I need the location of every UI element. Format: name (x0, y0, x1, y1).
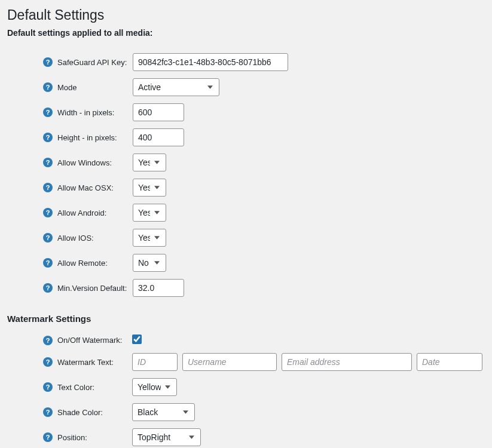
position-select[interactable]: TopRight (132, 428, 201, 446)
help-icon[interactable]: ? (43, 158, 53, 167)
default-settings-table: ? SafeGuard API Key: ? Mode Active ? Wid… (7, 50, 485, 300)
height-label: Height - in pixels: (55, 125, 130, 150)
help-icon[interactable]: ? (43, 357, 53, 367)
help-icon[interactable]: ? (43, 108, 53, 117)
mode-label: Mode (55, 75, 130, 100)
width-input[interactable] (133, 103, 184, 121)
watermark-email-input[interactable] (282, 353, 412, 371)
description-text: Default settings applied to all media: (7, 28, 485, 38)
watermark-text-label: Watermark Text: (55, 349, 130, 375)
watermark-username-input[interactable] (182, 353, 277, 371)
allow-windows-select[interactable]: Yes (133, 154, 166, 171)
min-version-input[interactable] (133, 279, 184, 297)
shade-color-select[interactable]: Black (132, 403, 195, 421)
watermark-date-input[interactable] (417, 353, 482, 371)
help-icon[interactable]: ? (43, 183, 53, 192)
text-color-select[interactable]: Yellow (132, 378, 177, 396)
help-icon[interactable]: ? (43, 82, 53, 92)
help-icon[interactable]: ? (43, 432, 53, 442)
help-icon[interactable]: ? (43, 208, 53, 217)
allow-remote-select[interactable]: No (133, 254, 166, 272)
mode-select[interactable]: Active (133, 78, 219, 96)
watermark-heading: Watermark Settings (7, 314, 485, 324)
help-icon[interactable]: ? (43, 233, 53, 243)
watermark-id-input[interactable] (132, 353, 178, 371)
allow-remote-label: Allow Remote: (55, 250, 130, 275)
allow-windows-label: Allow Windows: (55, 150, 130, 175)
position-label: Position: (55, 425, 130, 448)
height-input[interactable] (133, 128, 184, 146)
min-version-label: Min.Version Default: (55, 275, 130, 300)
allow-ios-label: Allow IOS: (55, 225, 130, 250)
help-icon[interactable]: ? (43, 133, 53, 142)
help-icon[interactable]: ? (43, 336, 53, 345)
api-key-label: SafeGuard API Key: (55, 50, 130, 75)
width-label: Width - in pixels: (55, 100, 130, 125)
allow-mac-select[interactable]: Yes (133, 179, 166, 197)
allow-ios-select[interactable]: Yes (133, 229, 166, 247)
help-icon[interactable]: ? (43, 57, 53, 67)
onoff-label: On/Off Watermark: (55, 331, 130, 349)
page-title: Default Settings (7, 7, 485, 23)
help-icon[interactable]: ? (43, 407, 53, 417)
onoff-checkbox[interactable] (132, 335, 142, 344)
allow-mac-label: Allow Mac OSX: (55, 175, 130, 200)
api-key-input[interactable] (133, 53, 288, 71)
help-icon[interactable]: ? (43, 382, 53, 392)
shade-color-label: Shade Color: (55, 400, 130, 425)
help-icon[interactable]: ? (43, 258, 53, 268)
help-icon[interactable]: ? (43, 283, 53, 293)
watermark-settings-table: ? On/Off Watermark: ? Watermark Text: ? … (7, 331, 485, 448)
text-color-label: Text Color: (55, 375, 130, 400)
allow-android-label: Allow Android: (55, 200, 130, 225)
allow-android-select[interactable]: Yes (133, 204, 166, 222)
